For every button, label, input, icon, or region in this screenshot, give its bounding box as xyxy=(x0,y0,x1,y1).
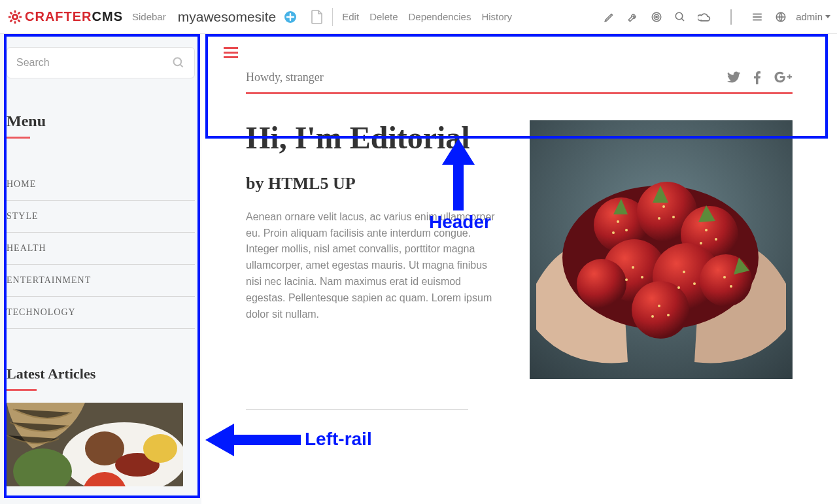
svg-point-42 xyxy=(672,216,675,218)
add-icon[interactable] xyxy=(284,10,297,24)
svg-line-8 xyxy=(18,12,20,14)
svg-point-12 xyxy=(656,16,657,17)
svg-marker-59 xyxy=(205,424,301,456)
toolbar-link-edit[interactable]: Edit xyxy=(342,11,359,22)
accent-underline xyxy=(7,389,37,391)
svg-point-35 xyxy=(700,254,752,307)
svg-point-39 xyxy=(625,229,628,231)
svg-point-38 xyxy=(617,220,619,223)
header-row xyxy=(201,34,837,71)
search-icon xyxy=(172,56,185,69)
svg-point-25 xyxy=(143,434,177,463)
facebook-icon[interactable] xyxy=(753,71,761,84)
svg-line-14 xyxy=(681,18,684,21)
toolbar-link-delete[interactable]: Delete xyxy=(369,11,398,22)
logo[interactable]: CRAFTERCMS xyxy=(8,9,123,24)
article: Hi, I'm Editorial by HTML5 UP Aenean orn… xyxy=(201,94,837,379)
svg-line-7 xyxy=(10,20,12,22)
document-icon[interactable] xyxy=(311,10,323,24)
svg-point-48 xyxy=(641,276,643,278)
arrow-left-icon xyxy=(205,424,301,456)
social-icons xyxy=(727,71,793,84)
menu-heading: Menu xyxy=(7,112,195,130)
svg-point-49 xyxy=(625,278,628,281)
svg-point-19 xyxy=(174,58,182,66)
separator xyxy=(332,8,333,26)
wrench-icon[interactable] xyxy=(627,11,639,23)
globe-icon[interactable] xyxy=(775,11,787,23)
toolbar-link-history[interactable]: History xyxy=(481,11,512,22)
pencil-icon[interactable] xyxy=(604,11,615,23)
svg-point-47 xyxy=(632,266,634,269)
svg-point-36 xyxy=(577,259,626,309)
menu-icon[interactable] xyxy=(751,11,763,23)
strawberries-image xyxy=(530,120,793,379)
svg-point-56 xyxy=(667,314,670,316)
svg-point-46 xyxy=(700,242,702,244)
svg-point-13 xyxy=(675,12,683,20)
article-thumbnail[interactable] xyxy=(7,403,183,486)
arrow-up-icon xyxy=(442,139,475,210)
annotation-label-leftrail: Left-rail xyxy=(305,429,372,450)
toolbar-links: Edit Delete Dependencies History xyxy=(342,11,512,22)
twitter-icon[interactable] xyxy=(727,71,740,84)
gear-icon xyxy=(8,10,22,24)
search-input[interactable] xyxy=(16,57,172,69)
left-rail: Menu HOME STYLE HEALTH ENTERTAINMENT TEC… xyxy=(0,34,201,504)
top-toolbar: CRAFTERCMS Sidebar myawesomesite Edit De… xyxy=(0,0,837,34)
menu-item-style[interactable]: STYLE xyxy=(7,200,195,232)
latest-articles-heading: Latest Articles xyxy=(7,365,195,382)
svg-point-50 xyxy=(683,271,685,273)
svg-point-57 xyxy=(651,315,654,318)
svg-line-20 xyxy=(180,65,183,67)
svg-line-6 xyxy=(18,20,20,22)
svg-point-52 xyxy=(677,286,680,289)
search-box[interactable] xyxy=(7,47,195,78)
svg-point-41 xyxy=(662,205,665,208)
food-plate-image xyxy=(7,403,183,486)
logo-text-2: CMS xyxy=(92,9,123,24)
cloud-icon[interactable] xyxy=(698,11,711,23)
caret-down-icon xyxy=(825,15,830,18)
svg-point-55 xyxy=(658,305,660,307)
svg-point-54 xyxy=(730,285,732,288)
svg-point-37 xyxy=(632,281,689,339)
svg-marker-58 xyxy=(442,139,475,210)
admin-menu[interactable]: admin xyxy=(796,11,830,22)
logo-text-1: CRAFTER xyxy=(25,9,92,24)
svg-point-43 xyxy=(658,217,660,220)
svg-line-5 xyxy=(10,12,12,14)
site-name: myawesomesite xyxy=(178,9,277,25)
googleplus-icon[interactable] xyxy=(774,71,793,84)
svg-point-51 xyxy=(693,282,696,285)
svg-point-45 xyxy=(715,238,717,241)
menu-item-entertainment[interactable]: ENTERTAINMENT xyxy=(7,264,195,296)
menu-item-health[interactable]: HEALTH xyxy=(7,232,195,264)
toolbar-link-dependencies[interactable]: Dependencies xyxy=(408,11,471,22)
search-icon[interactable] xyxy=(674,11,686,23)
svg-point-40 xyxy=(612,231,615,234)
svg-point-44 xyxy=(705,229,708,231)
hero-image xyxy=(530,120,793,379)
admin-label: admin xyxy=(796,11,823,22)
hamburger-icon[interactable] xyxy=(224,44,238,61)
separator xyxy=(730,9,732,25)
greeting-text: Howdy, stranger xyxy=(246,71,324,84)
greeting-row: Howdy, stranger xyxy=(224,71,815,92)
menu-item-technology[interactable]: TECHNOLOGY xyxy=(7,296,195,329)
svg-point-53 xyxy=(723,276,726,278)
accent-underline xyxy=(7,137,30,139)
svg-point-0 xyxy=(12,14,17,19)
divider xyxy=(246,409,468,410)
sidebar-toggle-link[interactable]: Sidebar xyxy=(132,11,166,22)
toolbar-right-icons xyxy=(604,9,787,25)
menu-list: HOME STYLE HEALTH ENTERTAINMENT TECHNOLO… xyxy=(7,169,195,329)
menu-item-home[interactable]: HOME xyxy=(7,169,195,200)
annotation-label-header: Header xyxy=(429,212,491,233)
target-icon[interactable] xyxy=(651,11,662,23)
